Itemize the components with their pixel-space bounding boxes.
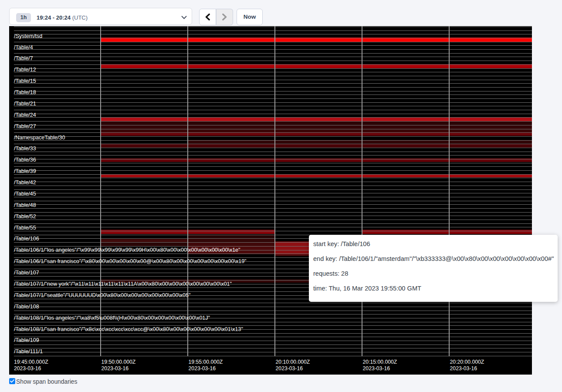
svg-text:/Table/106/1/"los angeles"/"\x: /Table/106/1/"los angeles"/"\x99\x99\x99… — [14, 247, 240, 253]
svg-text:/Table/108/1/"los angeles"/"\x: /Table/108/1/"los angeles"/"\xa8\xf5\u00… — [14, 315, 210, 321]
svg-text:/Table/48: /Table/48 — [14, 202, 36, 208]
svg-text:/Table/107: /Table/107 — [14, 270, 39, 276]
svg-text:/Table/4: /Table/4 — [14, 44, 33, 51]
svg-text:/Table/108: /Table/108 — [14, 304, 39, 310]
svg-text:/Table/39: /Table/39 — [14, 168, 36, 174]
svg-text:/Table/12: /Table/12 — [14, 67, 36, 73]
svg-text:/Table/107/1/"new york"/"\x11\: /Table/107/1/"new york"/"\x11\x11\x11\x1… — [14, 281, 232, 287]
svg-text:/Table/42: /Table/42 — [14, 179, 36, 186]
svg-text:/Table/108/1/"san francisco"/": /Table/108/1/"san francisco"/"\x8c\xcc\x… — [14, 326, 243, 332]
svg-text:/Table/21: /Table/21 — [14, 101, 36, 107]
svg-text:/Table/45: /Table/45 — [14, 191, 36, 197]
svg-text:2023-03-16: 2023-03-16 — [276, 365, 303, 372]
svg-text:19:55:00.000Z: 19:55:00.000Z — [189, 359, 223, 365]
svg-text:20:15:00.000Z: 20:15:00.000Z — [363, 359, 397, 365]
svg-text:/Table/24: /Table/24 — [14, 112, 36, 118]
svg-text:/Table/27: /Table/27 — [14, 123, 36, 129]
svg-text:/Table/107/1/"seattle"/"UUUUUU: /Table/107/1/"seattle"/"UUUUUUD\x00\x80\… — [14, 292, 190, 298]
svg-text:/Table/106/1/"san francisco"/": /Table/106/1/"san francisco"/"\x80\x00\x… — [14, 258, 247, 264]
svg-text:19:45:00.000Z: 19:45:00.000Z — [14, 359, 48, 365]
svg-text:/Table/52: /Table/52 — [14, 213, 36, 220]
svg-text:/System/tsd: /System/tsd — [14, 33, 42, 39]
svg-text:2023-03-16: 2023-03-16 — [189, 365, 216, 372]
svg-text:2023-03-16: 2023-03-16 — [363, 365, 390, 372]
svg-text:/Table/36: /Table/36 — [14, 157, 36, 163]
svg-text:/Table/109: /Table/109 — [14, 337, 39, 343]
svg-text:/Table/18: /Table/18 — [14, 89, 36, 95]
svg-text:19:50:00.000Z: 19:50:00.000Z — [102, 359, 136, 365]
svg-text:/Table/106: /Table/106 — [14, 236, 39, 242]
svg-text:/Table/111/1: /Table/111/1 — [14, 348, 43, 355]
svg-text:20:10:00.000Z: 20:10:00.000Z — [276, 359, 310, 365]
svg-text:/NamespaceTable/30: /NamespaceTable/30 — [14, 135, 65, 141]
svg-text:/Table/15: /Table/15 — [14, 78, 36, 84]
svg-text:/Table/33: /Table/33 — [14, 145, 36, 152]
svg-text:2023-03-16: 2023-03-16 — [450, 365, 477, 372]
svg-text:20:20:00.000Z: 20:20:00.000Z — [450, 359, 484, 365]
svg-text:/Table/55: /Table/55 — [14, 225, 36, 231]
svg-text:2023-03-16: 2023-03-16 — [14, 365, 41, 372]
svg-text:2023-03-16: 2023-03-16 — [102, 365, 129, 372]
svg-text:/Table/7: /Table/7 — [14, 55, 33, 61]
